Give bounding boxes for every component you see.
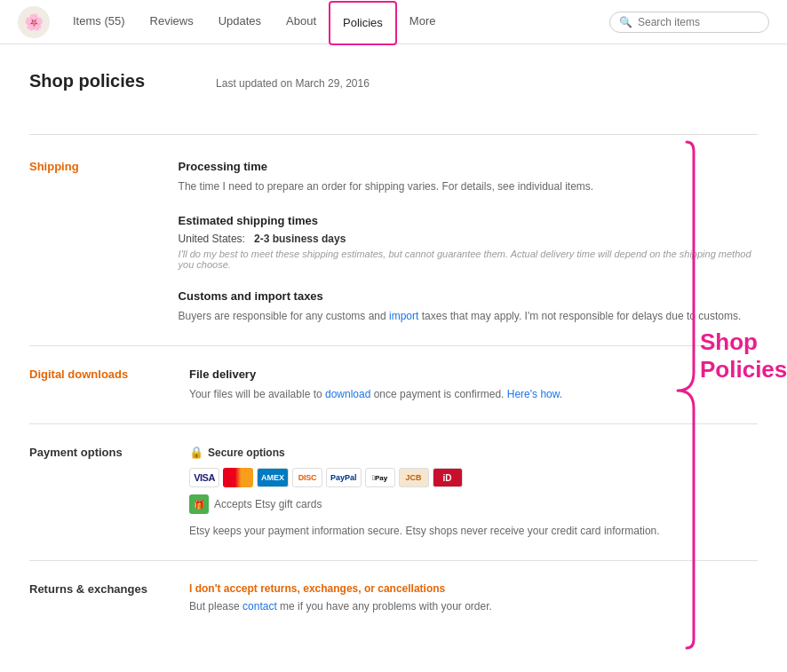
shipping-section: Shipping Processing time The time I need… (29, 138, 758, 346)
nav-policies[interactable]: Policies (329, 1, 397, 45)
logo-icon: 🌸 (24, 12, 44, 32)
digital-downloads-section: Digital downloads File delivery Your fil… (29, 346, 758, 424)
contact-link[interactable]: contact (242, 600, 277, 613)
page-title: Shop policies (29, 71, 145, 91)
search-input[interactable] (638, 16, 759, 28)
amex-card: AMEX (257, 468, 289, 487)
navigation: 🌸 Items (55) Reviews Updates About Polic… (0, 0, 787, 44)
returns-text: But please contact me if you have any pr… (189, 600, 492, 613)
payment-section: Payment options 🔒 Secure options VISA AM… (29, 424, 758, 561)
gift-icon: 🎁 (189, 494, 209, 514)
payment-note: Etsy keeps your payment information secu… (189, 523, 660, 539)
customs-text: Buyers are responsible for any customs a… (179, 308, 758, 324)
estimated-shipping-subsection: Estimated shipping times United States: … (179, 214, 758, 270)
returns-content: I don't accept returns, exchanges, or ca… (189, 582, 492, 613)
other-card: JCB (399, 468, 429, 487)
file-delivery-text: Your files will be available to download… (189, 386, 562, 402)
file-delivery-title: File delivery (189, 368, 562, 381)
estimated-shipping-title: Estimated shipping times (179, 214, 758, 227)
processing-time-text: The time I need to prepare an order for … (179, 178, 758, 194)
mastercard-card (223, 468, 253, 487)
download-link[interactable]: download (325, 388, 370, 400)
digital-downloads-content: File delivery Your files will be availab… (189, 368, 562, 402)
search-box[interactable]: 🔍 (609, 12, 769, 33)
digital-downloads-label: Digital downloads (29, 368, 189, 402)
payment-cards: VISA AMEX DISC PayPal Pay JCB iD (189, 468, 660, 487)
id-card: iD (433, 468, 463, 487)
gift-card-row: 🎁 Accepts Etsy gift cards (189, 494, 660, 514)
shop-logo[interactable]: 🌸 (18, 6, 50, 38)
heres-how-link[interactable]: Here's how. (507, 388, 562, 400)
customs-subsection: Customs and import taxes Buyers are resp… (179, 289, 758, 324)
secure-label: 🔒 Secure options (189, 446, 660, 459)
processing-time-subsection: Processing time The time I need to prepa… (179, 160, 758, 194)
returns-title: I don't accept returns, exchanges, or ca… (189, 582, 492, 595)
lock-icon: 🔒 (189, 446, 203, 459)
processing-time-title: Processing time (179, 160, 758, 173)
secure-text: Secure options (208, 447, 285, 459)
shipping-label: Shipping (29, 160, 179, 324)
payment-label: Payment options (29, 446, 189, 539)
nav-about[interactable]: About (274, 0, 329, 44)
search-icon: 🔍 (619, 16, 632, 28)
last-updated: Last updated on March 29, 2016 (216, 77, 370, 90)
estimate-note: I'll do my best to meet these shipping e… (179, 249, 758, 270)
file-delivery-subsection: File delivery Your files will be availab… (189, 368, 562, 402)
shipping-content: Processing time The time I need to prepa… (179, 160, 758, 324)
visa-card: VISA (189, 468, 219, 487)
payment-content: 🔒 Secure options VISA AMEX DISC PayPal … (189, 446, 660, 539)
returns-section: Returns & exchanges I don't accept retur… (29, 561, 758, 634)
customs-title: Customs and import taxes (179, 289, 758, 303)
paypal-card: PayPal (326, 468, 362, 487)
nav-links: Items (55) Reviews Updates About Policie… (60, 0, 448, 44)
shipping-country: United States: (179, 233, 245, 245)
nav-reviews[interactable]: Reviews (138, 0, 206, 44)
returns-label: Returns & exchanges (29, 582, 189, 613)
nav-items[interactable]: Items (55) (60, 0, 138, 44)
gift-card-text: Accepts Etsy gift cards (214, 496, 322, 512)
shipping-estimate-row: United States: 2-3 business days (179, 233, 758, 245)
nav-more[interactable]: More (397, 0, 449, 44)
shipping-days: 2-3 business days (254, 233, 346, 245)
discover-card: DISC (292, 468, 322, 487)
nav-updates[interactable]: Updates (206, 0, 274, 44)
main-content: Shop policies Last updated on March 29, … (12, 44, 775, 660)
import-link[interactable]: import (389, 310, 418, 322)
applepay-card: Pay (365, 468, 395, 487)
